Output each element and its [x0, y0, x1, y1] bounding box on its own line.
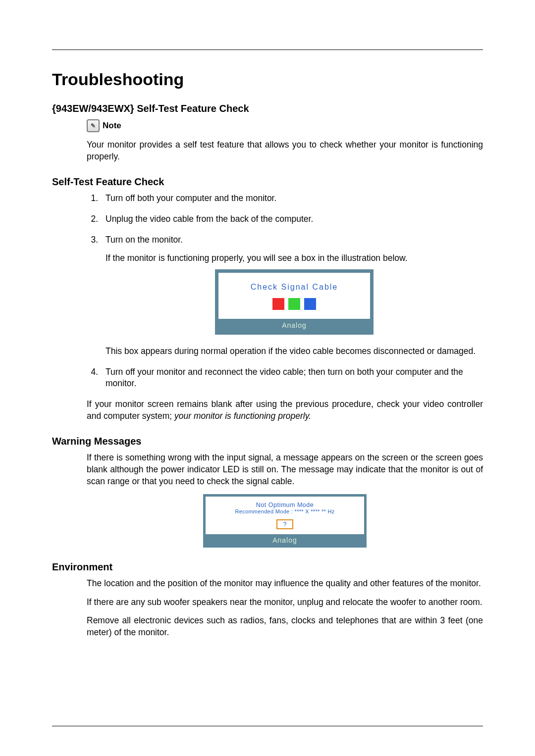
environment-block: The location and the position of the mon… — [87, 578, 483, 639]
environment-p3: Remove all electronic devices such as ra… — [87, 615, 483, 638]
osd-not-optimum-box: Not Optimum Mode Recommended Mode : ****… — [203, 494, 367, 548]
step-4-text: Turn off your monitor and reconnect the … — [106, 367, 463, 389]
blue-square-icon — [304, 298, 316, 310]
environment-p1: The location and the position of the mon… — [87, 578, 483, 590]
osd-not-optimum-footer: Analog — [206, 534, 364, 545]
osd-check-signal-wrap: Check Signal Cable Analog — [106, 269, 483, 335]
step-2-text: Unplug the video cable from the back of … — [106, 214, 313, 224]
osd-check-signal-footer: Analog — [218, 319, 370, 331]
osd-not-optimum-line2: Recommended Mode : **** X **** ** Hz — [210, 508, 360, 514]
section-heading-selftest: Self-Test Feature Check — [52, 176, 483, 188]
step-3-sub1: If the monitor is functioning properly, … — [106, 252, 483, 264]
step-3-text: Turn on the monitor. — [106, 235, 183, 245]
after-steps-paragraph: If your monitor screen remains blank aft… — [87, 399, 483, 422]
note-block: ✎ Note Your monitor provides a self test… — [87, 119, 483, 162]
red-square-icon — [272, 298, 284, 310]
green-square-icon — [288, 298, 300, 310]
page-title: Troubleshooting — [52, 70, 483, 89]
osd-not-optimum-inner: Not Optimum Mode Recommended Mode : ****… — [206, 497, 364, 534]
section-heading-selftest-model: {943EW/943EWX} Self-Test Feature Check — [52, 103, 483, 114]
osd-question-box: ? — [276, 519, 293, 529]
environment-p2: If there are any sub woofer speakers nea… — [87, 597, 483, 608]
step-2: Unplug the video cable from the back of … — [101, 213, 483, 225]
section-heading-warning: Warning Messages — [52, 436, 483, 447]
step-3-sub2: This box appears during normal operation… — [106, 346, 483, 357]
step-1-text: Turn off both your computer and the moni… — [106, 193, 276, 203]
osd-not-optimum-line1: Not Optimum Mode — [210, 502, 360, 508]
osd-not-optimum-wrap: Not Optimum Mode Recommended Mode : ****… — [87, 494, 483, 548]
top-horizontal-rule — [52, 50, 483, 50]
step-1: Turn off both your computer and the moni… — [101, 193, 483, 204]
note-label: Note — [103, 121, 121, 131]
section-heading-environment: Environment — [52, 561, 483, 573]
osd-check-signal-inner: Check Signal Cable — [218, 273, 370, 319]
after-steps-italic: your monitor is functioning properly. — [174, 411, 311, 421]
step-3: Turn on the monitor. If the monitor is f… — [101, 234, 483, 357]
note-icon: ✎ — [87, 119, 100, 132]
step-4: Turn off your monitor and reconnect the … — [101, 366, 483, 390]
steps-block: Turn off both your computer and the moni… — [87, 193, 483, 422]
steps-list: Turn off both your computer and the moni… — [87, 193, 483, 390]
warning-block: If there is something wrong with the inp… — [87, 452, 483, 548]
warning-body: If there is something wrong with the inp… — [87, 452, 483, 487]
note-row: ✎ Note — [87, 119, 483, 132]
osd-check-signal-title: Check Signal Cable — [223, 282, 365, 293]
osd-check-signal-box: Check Signal Cable Analog — [215, 269, 374, 335]
bottom-horizontal-rule — [52, 726, 483, 726]
document-page: Troubleshooting {943EW/943EWX} Self-Test… — [0, 0, 535, 756]
note-body-text: Your monitor provides a self test featur… — [87, 139, 483, 162]
rgb-squares — [223, 298, 365, 310]
